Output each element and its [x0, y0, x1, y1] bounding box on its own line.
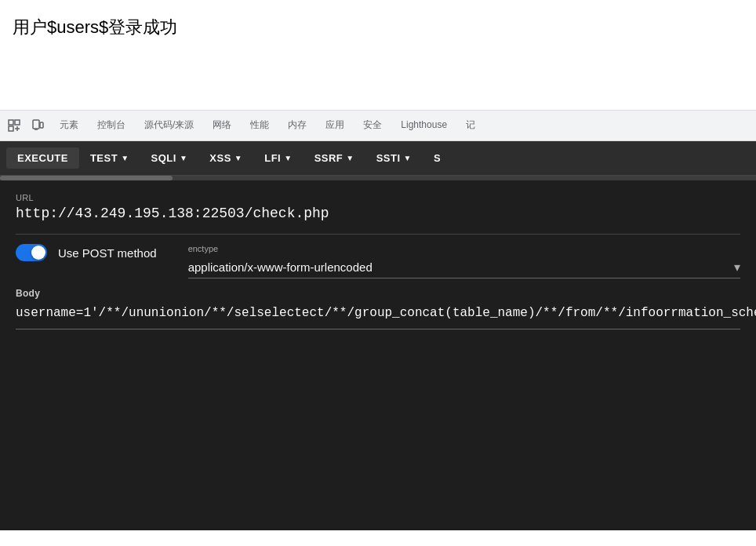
svg-rect-0	[9, 120, 13, 125]
security-toolbar: EXECUTE TEST ▼ SQLI ▼ XSS ▼ LFI ▼ SSRF ▼…	[0, 141, 756, 176]
execute-button[interactable]: EXECUTE	[6, 147, 79, 169]
svg-rect-6	[40, 122, 43, 128]
ssti-button[interactable]: SSTI ▼	[365, 147, 423, 169]
device-icon[interactable]	[27, 115, 49, 136]
enctype-value: application/x-www-form-urlencoded	[188, 260, 373, 274]
svg-rect-5	[33, 120, 39, 129]
svg-rect-1	[15, 120, 20, 125]
body-value: username=1'/**/ununionion/**/selselectec…	[16, 304, 740, 329]
options-row: Use POST method enctype application/x-ww…	[16, 244, 740, 278]
svg-rect-2	[9, 126, 13, 131]
tab-more[interactable]: 记	[456, 110, 485, 141]
tab-network[interactable]: 网络	[203, 110, 241, 141]
post-method-toggle[interactable]	[16, 244, 47, 261]
tab-memory[interactable]: 内存	[278, 110, 316, 141]
test-button[interactable]: TEST ▼	[79, 147, 140, 169]
tab-lighthouse[interactable]: Lighthouse	[391, 110, 456, 141]
enctype-dropdown-icon: ▾	[734, 260, 740, 275]
enctype-select[interactable]: application/x-www-form-urlencoded ▾	[188, 257, 740, 278]
lfi-arrow-icon: ▼	[284, 154, 292, 162]
lfi-button[interactable]: LFI ▼	[253, 147, 303, 169]
enctype-label: enctype	[188, 244, 740, 253]
inspect-icon[interactable]	[3, 115, 25, 136]
ssrf-arrow-icon: ▼	[346, 154, 354, 162]
tab-sources[interactable]: 源代码/来源	[135, 110, 203, 141]
url-label: URL	[16, 193, 740, 202]
post-method-label: Use POST method	[58, 246, 157, 260]
content-area: URL http://43.249.195.138:22503/check.ph…	[0, 180, 756, 342]
tab-performance[interactable]: 性能	[241, 110, 278, 141]
sqli-button[interactable]: SQLI ▼	[140, 147, 199, 169]
post-method-row: Use POST method	[16, 244, 157, 261]
tab-application[interactable]: 应用	[316, 110, 354, 141]
scroll-thumb[interactable]	[0, 176, 173, 180]
devtools-tabbar: 元素 控制台 源代码/来源 网络 性能 内存 应用 安全 Lighthouse …	[0, 110, 756, 141]
enctype-group: enctype application/x-www-form-urlencode…	[188, 244, 740, 278]
ssrf-button[interactable]: SSRF ▼	[303, 147, 365, 169]
divider-1	[16, 234, 740, 235]
xss-arrow-icon: ▼	[234, 154, 242, 162]
tab-console[interactable]: 控制台	[88, 110, 135, 141]
tab-elements[interactable]: 元素	[50, 110, 88, 141]
main-panel: EXECUTE TEST ▼ SQLI ▼ XSS ▼ LFI ▼ SSRF ▼…	[0, 141, 756, 530]
page-top-area: 用户$users$登录成功	[0, 0, 756, 110]
toggle-knob	[31, 246, 45, 260]
s-button[interactable]: S	[423, 147, 452, 169]
page-title: 用户$users$登录成功	[13, 17, 177, 37]
body-label: Body	[16, 288, 740, 299]
test-arrow-icon: ▼	[121, 154, 129, 162]
xss-button[interactable]: XSS ▼	[198, 147, 253, 169]
sqli-arrow-icon: ▼	[180, 154, 187, 162]
tab-security[interactable]: 安全	[354, 110, 391, 141]
url-value: http://43.249.195.138:22503/check.php	[16, 206, 740, 221]
ssti-arrow-icon: ▼	[404, 154, 412, 162]
scroll-indicator	[0, 176, 756, 180]
